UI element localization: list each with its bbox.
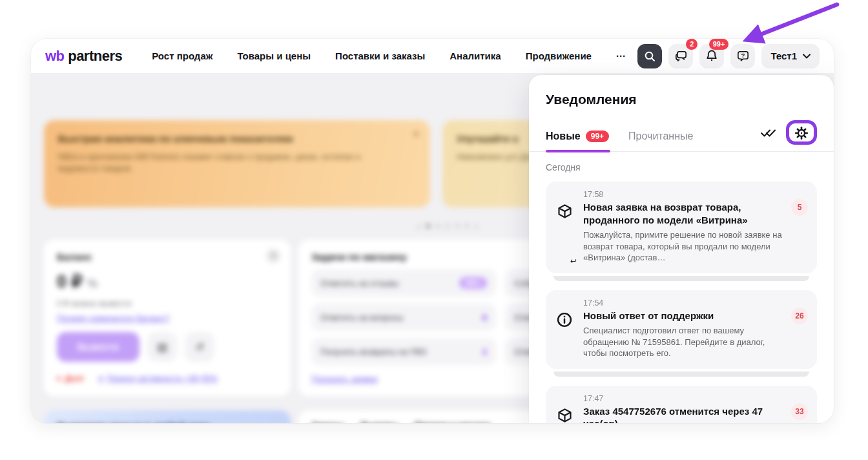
- payout-banner-title: Выводите деньги в любой день: [57, 421, 278, 423]
- balance-title: Баланс: [57, 251, 278, 262]
- document-icon[interactable]: ▤: [147, 332, 177, 362]
- account-menu-button[interactable]: Тест1: [761, 44, 820, 68]
- task-count: 2: [482, 347, 487, 357]
- show-requests-link[interactable]: Показать заявки: [311, 374, 496, 384]
- nav-more-icon[interactable]: ···: [616, 50, 626, 61]
- balance-footer-link[interactable]: Период активности +36,05%: [99, 373, 218, 383]
- notifications-panel: Уведомления Новые 99+ Прочитанные: [529, 75, 834, 423]
- payout-banner[interactable]: Выводите деньги в любой день С опцией «В…: [44, 410, 291, 423]
- withdraw-button[interactable]: Вывести: [57, 332, 140, 362]
- tab-income-expense[interactable]: Приход и расход: [415, 421, 490, 423]
- tab-buyouts[interactable]: Выкупы: [360, 421, 397, 423]
- task-count: 6: [482, 313, 487, 322]
- notification-title: Новый ответ от поддержки: [583, 309, 782, 322]
- notification-item[interactable]: ↩ 17:58 Новая заявка на возврат товара, …: [546, 182, 817, 273]
- wb-partners-logo[interactable]: wb partners: [45, 48, 122, 65]
- carousel-prev-icon[interactable]: ‹: [417, 220, 420, 231]
- task-row[interactable]: Получить возвраты на ПВЗ 2: [311, 338, 496, 365]
- chat-button[interactable]: 2: [668, 44, 693, 68]
- banner-body: WBot в приложении WB Partners покажет гл…: [58, 151, 373, 174]
- panel-title: Уведомления: [546, 92, 817, 107]
- nav-item-sales-growth[interactable]: Рост продаж: [152, 50, 212, 61]
- bell-badge: 99+: [709, 39, 729, 50]
- history-icon[interactable]: ↺: [185, 332, 214, 362]
- notification-time: 17:54: [583, 298, 782, 308]
- balance-why-link[interactable]: Почему изменился баланс?: [57, 313, 278, 323]
- package-clock-icon: ◷: [556, 407, 574, 423]
- gear-annotation-ring: [786, 120, 817, 145]
- promo-banner-analytics[interactable]: Быстрая аналитика по ключевым показателя…: [44, 120, 430, 207]
- notification-item[interactable]: 17:54 Новый ответ от поддержки Специалис…: [546, 290, 817, 369]
- notification-stack: [553, 276, 809, 281]
- mark-all-read-button[interactable]: [760, 127, 777, 138]
- day-section-label: Сегодня: [546, 162, 817, 172]
- carousel-dot[interactable]: [426, 224, 430, 228]
- notification-count-badge: 26: [791, 308, 808, 324]
- app-window: Быстрая аналитика по ключевым показателя…: [31, 39, 834, 423]
- active-tab-underline: [546, 150, 610, 152]
- task-row[interactable]: Ответить на вопросы 6: [311, 304, 496, 331]
- notification-time: 17:47: [583, 394, 782, 403]
- notifications-bell-button[interactable]: 99+: [699, 44, 724, 68]
- info-icon: [556, 311, 574, 359]
- nav-item-promotion[interactable]: Продвижение: [526, 50, 592, 61]
- balance-card: Баланс ? 0 ₽ % 0 ₽ можно вывести Почему …: [44, 240, 291, 396]
- help-icon[interactable]: ?: [266, 249, 280, 263]
- close-icon[interactable]: ✕: [413, 129, 420, 139]
- question-icon: ?: [736, 49, 750, 63]
- notification-count-badge: 5: [791, 199, 808, 216]
- tab-new[interactable]: Новые 99+: [546, 131, 609, 151]
- bell-icon: [705, 49, 718, 63]
- debt-alert[interactable]: Долг: [57, 373, 85, 383]
- carousel-dot[interactable]: [446, 224, 450, 228]
- task-count-badge: 999+: [459, 277, 487, 289]
- notification-title: Новая заявка на возврат товара, проданно…: [583, 201, 782, 226]
- banner-title: Быстрая аналитика по ключевым показателя…: [58, 133, 416, 145]
- banner-carousel: ‹ ›: [383, 220, 512, 231]
- notification-time: 17:58: [583, 190, 782, 199]
- nav-item-supplies-orders[interactable]: Поставки и заказы: [335, 50, 425, 61]
- balance-available: 0 ₽ можно вывести: [57, 298, 278, 308]
- chevron-down-icon: [803, 54, 811, 59]
- carousel-dot[interactable]: [455, 224, 459, 228]
- notification-body: Пожалуйста, примите решение по новой зая…: [583, 229, 782, 264]
- carousel-dot[interactable]: [436, 224, 440, 228]
- double-check-icon: [760, 127, 777, 138]
- carousel-dot[interactable]: [465, 224, 469, 228]
- carousel-next-icon[interactable]: ›: [475, 220, 478, 231]
- notification-title: Заказ 4547752676 отменится через 47 час(…: [583, 405, 782, 423]
- task-row[interactable]: Ответить на отзывы 999+: [311, 269, 496, 297]
- notifications-tabs: Новые 99+ Прочитанные: [529, 120, 834, 152]
- tab-orders[interactable]: Заказы: [311, 421, 344, 423]
- top-navbar: wb partners Рост продаж Товары и цены По…: [31, 39, 834, 73]
- notification-stack: [553, 371, 809, 377]
- svg-text:?: ?: [741, 52, 745, 59]
- notification-count-badge: 33: [791, 403, 808, 420]
- nav-item-analytics[interactable]: Аналитика: [450, 50, 501, 61]
- search-icon: [643, 50, 656, 63]
- gear-icon[interactable]: [794, 126, 809, 140]
- notification-item[interactable]: ◷ 17:47 Заказ 4547752676 отменится через…: [546, 386, 817, 423]
- new-count-badge: 99+: [586, 131, 609, 142]
- nav-item-goods-prices[interactable]: Товары и цены: [237, 50, 311, 61]
- help-button[interactable]: ?: [730, 44, 755, 68]
- account-label: Тест1: [770, 50, 797, 61]
- package-return-icon: ↩: [556, 203, 574, 264]
- chat-icon: [674, 49, 688, 63]
- tab-read[interactable]: Прочитанные: [628, 131, 693, 151]
- search-button[interactable]: [637, 44, 662, 68]
- balance-amount-suffix: %: [87, 277, 98, 290]
- notification-body: Специалист подготовил ответ по вашему об…: [583, 325, 782, 359]
- balance-amount: 0 ₽ %: [57, 271, 278, 292]
- chat-badge: 2: [686, 39, 698, 50]
